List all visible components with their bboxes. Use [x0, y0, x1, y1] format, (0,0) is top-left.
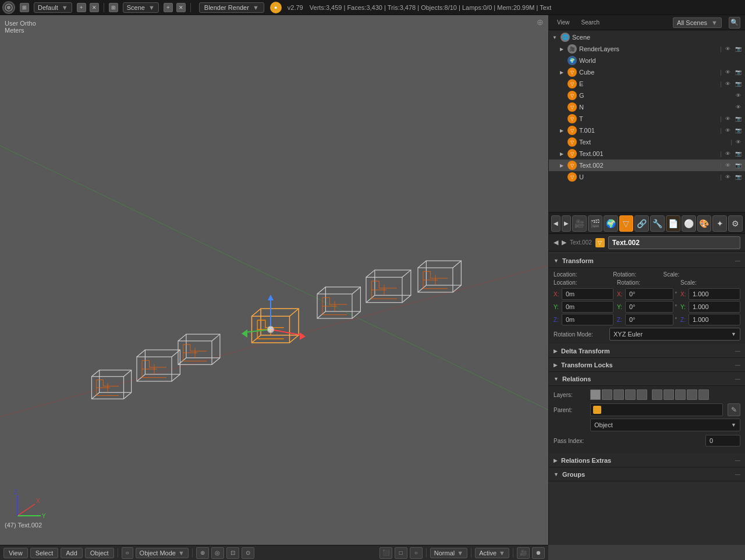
layer-6[interactable] — [652, 389, 662, 400]
text001-render[interactable]: 📷 — [733, 149, 743, 158]
outliner-row-scene[interactable]: ▼ 🌐 Scene — [549, 31, 745, 43]
local-btn[interactable]: ○ — [410, 547, 423, 559]
outliner-view-btn[interactable]: View — [554, 18, 573, 27]
layer-3[interactable] — [613, 389, 624, 400]
scale-y-input[interactable]: 1.000 — [689, 301, 740, 313]
scene-add-btn[interactable]: + — [164, 3, 173, 12]
select-menu-btn[interactable]: Select — [30, 548, 59, 558]
ortho-btn[interactable]: □ — [395, 547, 407, 559]
e-vis[interactable]: 👁 — [723, 79, 732, 88]
relations-header[interactable]: ▼ Relations — — [549, 372, 745, 386]
outliner-row-text002[interactable]: ▶ ▽ Text.002 | 👁 📷 — [549, 160, 745, 171]
transform-section-header[interactable]: ▼ Transform — — [549, 254, 745, 268]
parent-field[interactable] — [590, 403, 723, 416]
t001-render[interactable]: 📷 — [733, 126, 743, 135]
t-render[interactable]: 📷 — [733, 114, 743, 123]
expand-text001[interactable]: ▶ — [558, 150, 565, 157]
outliner-row-t[interactable]: ▽ T | 👁 📷 — [549, 113, 745, 125]
outliner-content[interactable]: ▼ 🌐 Scene ▶ 🎥 RenderLayers | 👁 📷 🌍 — [549, 30, 745, 212]
rot-y-input[interactable]: 0° — [625, 301, 673, 313]
outliner-search-icon[interactable]: 🔍 — [729, 17, 740, 29]
loc-y-input[interactable]: 0m — [562, 301, 613, 313]
add-menu-btn[interactable]: Add — [61, 548, 83, 558]
t001-vis[interactable]: 👁 — [723, 126, 732, 135]
snap-btn[interactable]: ⊡ — [226, 547, 239, 559]
physics-props-btn[interactable]: ⚙ — [728, 215, 743, 232]
text-vis[interactable]: 👁 — [733, 137, 743, 147]
global-local-btn[interactable]: ⊕ — [196, 547, 209, 559]
outliner-search-btn[interactable]: Search — [578, 18, 604, 27]
constraints-props-btn[interactable]: 🔗 — [634, 215, 649, 232]
scene-props-btn[interactable]: 🎬 — [588, 215, 602, 232]
g-vis[interactable]: 👁 — [733, 91, 743, 100]
relations-extras-header[interactable]: ▶ Relations Extras — — [549, 453, 745, 467]
t-vis[interactable]: 👁 — [723, 114, 732, 123]
cube-render[interactable]: 📷 — [733, 68, 743, 77]
n-vis[interactable]: 👁 — [733, 102, 743, 112]
data-props-btn[interactable]: 📄 — [666, 215, 680, 232]
pivot-btn[interactable]: ◎ — [211, 547, 224, 559]
outliner-row-text[interactable]: ▽ Text | 👁 — [549, 136, 745, 148]
outliner-row-t001[interactable]: ▶ ▽ T.001 | 👁 📷 — [549, 125, 745, 136]
particles-props-btn[interactable]: ✦ — [712, 215, 727, 232]
render-props-btn[interactable]: 🎥 — [572, 215, 587, 232]
viewport-corner-handle[interactable]: ⊕ — [537, 17, 544, 24]
render-btn[interactable]: 🎥 — [517, 547, 530, 559]
props-back-btn[interactable]: ◀ — [554, 239, 558, 246]
layer-4[interactable] — [625, 389, 636, 400]
scale-x-input[interactable]: 1.000 — [689, 288, 740, 300]
pass-index-field[interactable]: 0 — [705, 435, 740, 446]
expand-renderlayers[interactable]: ▶ — [558, 45, 565, 52]
layer-5[interactable] — [637, 389, 647, 400]
text002-vis[interactable]: 👁 — [723, 161, 732, 170]
object-type-dropdown[interactable]: Object ▼ — [590, 419, 740, 431]
transform-locks-header[interactable]: ▶ Transform Locks — — [549, 358, 745, 372]
renderlayers-render[interactable]: 📷 — [733, 44, 743, 54]
object-menu-btn[interactable]: Object — [85, 548, 114, 558]
mode-selector[interactable]: Object Mode ▼ — [136, 548, 189, 558]
layer-7[interactable] — [664, 389, 674, 400]
expand-scene[interactable]: ▼ — [551, 34, 558, 41]
parent-pick-btn[interactable]: ✎ — [728, 403, 740, 416]
outliner-row-world[interactable]: 🌍 World — [549, 55, 745, 66]
props-forward-btn[interactable]: ▶ — [562, 239, 566, 246]
material-props-btn[interactable]: ⚪ — [682, 215, 696, 232]
delta-transform-header[interactable]: ▶ Delta Transform — — [549, 344, 745, 358]
viewport-3d[interactable]: User Ortho Meters ⊕ X Y Z (47) Text.002 — [0, 15, 548, 545]
view-3d-btn[interactable]: ⬛ — [379, 547, 392, 559]
outliner-row-e[interactable]: ▽ E | 👁 📷 — [549, 78, 745, 90]
active-selector[interactable]: Active ▼ — [475, 548, 509, 558]
e-render[interactable]: 📷 — [733, 79, 743, 88]
scenes-dropdown[interactable]: All Scenes ▼ — [673, 17, 722, 28]
record-btn[interactable]: ⏺ — [532, 547, 545, 559]
expand-text002[interactable]: ▶ — [558, 162, 565, 169]
proportional-btn[interactable]: ⊙ — [242, 547, 254, 559]
workspace-selector[interactable]: Default ▼ — [34, 2, 72, 13]
text002-render[interactable]: 📷 — [733, 161, 743, 170]
workspace-grid-btn[interactable]: ⊞ — [20, 3, 29, 12]
scale-z-input[interactable]: 1.000 — [689, 314, 740, 325]
rot-x-input[interactable]: 0° — [625, 288, 673, 300]
texture-props-btn[interactable]: 🎨 — [697, 215, 712, 232]
layer-1[interactable] — [590, 389, 601, 400]
world-props-btn[interactable]: 🌍 — [604, 215, 618, 232]
modifiers-props-btn[interactable]: 🔧 — [650, 215, 665, 232]
scene-close-btn[interactable]: ✕ — [176, 3, 186, 12]
expand-t001[interactable]: ▶ — [558, 127, 565, 134]
loc-z-input[interactable]: 0m — [562, 314, 613, 325]
layer-8[interactable] — [675, 389, 686, 400]
layer-10[interactable] — [698, 389, 709, 400]
workspace-close-btn[interactable]: ✕ — [90, 3, 99, 12]
layer-9[interactable] — [687, 389, 697, 400]
u-render[interactable]: 📷 — [733, 172, 743, 182]
props-nav-right[interactable]: ▶ — [562, 215, 571, 232]
outliner-row-text001[interactable]: ▶ ▽ Text.001 | 👁 📷 — [549, 148, 745, 160]
props-nav-left[interactable]: ◀ — [551, 215, 560, 232]
rot-z-input[interactable]: 0° — [625, 314, 673, 325]
outliner-row-cube[interactable]: ▶ ▽ Cube | 👁 📷 — [549, 66, 745, 78]
expand-cube[interactable]: ▶ — [558, 69, 565, 76]
workspace-add-btn[interactable]: + — [77, 3, 86, 12]
render-engine-selector[interactable]: Blender Render ▼ — [199, 2, 264, 13]
loc-x-input[interactable]: 0m — [562, 288, 613, 300]
outliner-row-renderlayers[interactable]: ▶ 🎥 RenderLayers | 👁 📷 — [549, 43, 745, 55]
